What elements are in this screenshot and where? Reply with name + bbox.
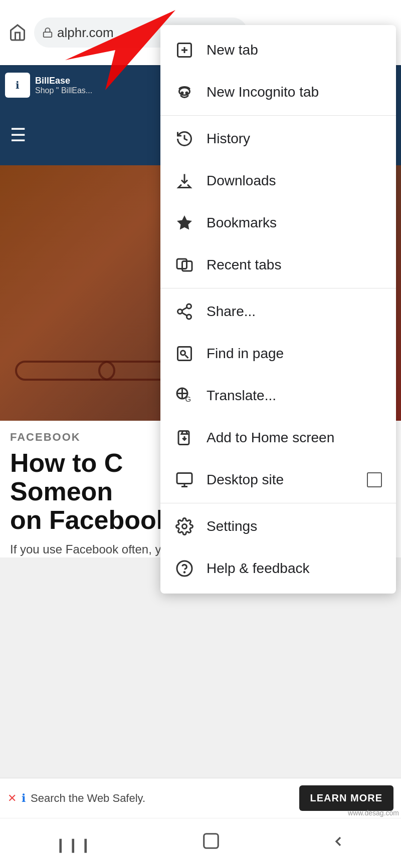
bottom-ad-bar: ✕ ℹ Search the Web Safely. LEARN MORE	[0, 778, 401, 818]
menu-label-desktop-site: Desktop site	[207, 472, 355, 488]
svg-rect-0	[44, 32, 52, 37]
menu-label-translate: Translate...	[207, 388, 382, 404]
find-in-page-icon	[174, 344, 194, 364]
home-button[interactable]	[5, 20, 30, 45]
svg-point-19	[187, 315, 191, 319]
help-icon	[174, 558, 194, 578]
svg-rect-6	[204, 834, 219, 848]
svg-point-23	[181, 351, 185, 355]
home-nav-button[interactable]	[202, 831, 221, 855]
recent-tabs-icon	[174, 255, 194, 275]
recents-button[interactable]: ❙❙❙	[55, 833, 92, 854]
menu-item-share[interactable]: Share...	[160, 291, 396, 333]
back-button[interactable]	[330, 833, 346, 854]
glasses-bridge	[90, 379, 100, 381]
svg-point-10	[179, 88, 190, 95]
svg-point-18	[178, 310, 182, 314]
menu-item-settings[interactable]: Settings	[160, 505, 396, 547]
svg-point-11	[181, 92, 184, 95]
menu-item-incognito[interactable]: New Incognito tab	[160, 71, 396, 113]
url-text: alphr.com	[57, 25, 114, 41]
svg-line-24	[185, 355, 188, 358]
menu-divider-1	[160, 115, 396, 116]
settings-icon	[174, 516, 194, 536]
bottom-ad-text: Search the Web Safely.	[31, 792, 294, 805]
svg-rect-28	[177, 473, 192, 484]
menu-item-downloads[interactable]: Downloads	[160, 160, 396, 202]
menu-item-translate[interactable]: G Translate...	[160, 375, 396, 417]
share-icon	[174, 302, 194, 322]
ad-logo: ℹ	[5, 73, 30, 98]
svg-point-31	[182, 524, 187, 529]
ad-x-icon: ✕	[8, 792, 17, 805]
learn-more-button[interactable]: LEARN MORE	[299, 785, 393, 811]
menu-divider-3	[160, 503, 396, 503]
menu-item-desktop-site[interactable]: Desktop site	[160, 459, 396, 501]
menu-item-bookmarks[interactable]: Bookmarks	[160, 202, 396, 244]
menu-label-add-to-home: Add to Home screen	[207, 430, 382, 446]
history-icon	[174, 129, 194, 149]
menu-item-add-to-home[interactable]: Add to Home screen	[160, 417, 396, 459]
menu-divider-2	[160, 288, 396, 288]
menu-label-recent-tabs: Recent tabs	[207, 257, 382, 273]
svg-line-21	[182, 308, 187, 311]
menu-label-bookmarks: Bookmarks	[207, 215, 382, 231]
menu-label-incognito: New Incognito tab	[207, 84, 382, 100]
ad-info-icon: ℹ	[22, 792, 26, 805]
add-to-home-icon	[174, 428, 194, 448]
menu-label-downloads: Downloads	[207, 173, 382, 189]
watermark: www.desag.com	[348, 809, 399, 817]
dropdown-menu: New tab New Incognito tab History	[160, 25, 396, 594]
svg-marker-14	[177, 215, 192, 230]
translate-icon: G	[174, 386, 194, 406]
svg-text:G: G	[185, 395, 191, 403]
svg-line-20	[182, 313, 187, 316]
svg-point-12	[185, 92, 188, 95]
menu-label-find-in-page: Find in page	[207, 346, 382, 362]
menu-item-history[interactable]: History	[160, 118, 396, 160]
hamburger-menu[interactable]: ☰	[10, 126, 26, 144]
svg-point-17	[187, 304, 191, 309]
desktop-site-checkbox[interactable]	[367, 472, 382, 487]
menu-label-settings: Settings	[207, 518, 382, 534]
menu-label-history: History	[207, 131, 382, 147]
menu-label-help: Help & feedback	[207, 560, 382, 576]
system-nav: ❙❙❙	[0, 818, 401, 868]
menu-label-new-tab: New tab	[207, 42, 382, 58]
menu-item-help[interactable]: Help & feedback	[160, 547, 396, 590]
menu-item-recent-tabs[interactable]: Recent tabs	[160, 244, 396, 286]
menu-item-find-in-page[interactable]: Find in page	[160, 333, 396, 375]
new-tab-icon	[174, 40, 194, 60]
menu-item-new-tab[interactable]: New tab	[160, 29, 396, 71]
downloads-icon	[174, 171, 194, 191]
menu-label-share: Share...	[207, 304, 382, 320]
incognito-icon	[174, 82, 194, 102]
bookmarks-icon	[174, 213, 194, 233]
desktop-site-icon	[174, 470, 194, 490]
